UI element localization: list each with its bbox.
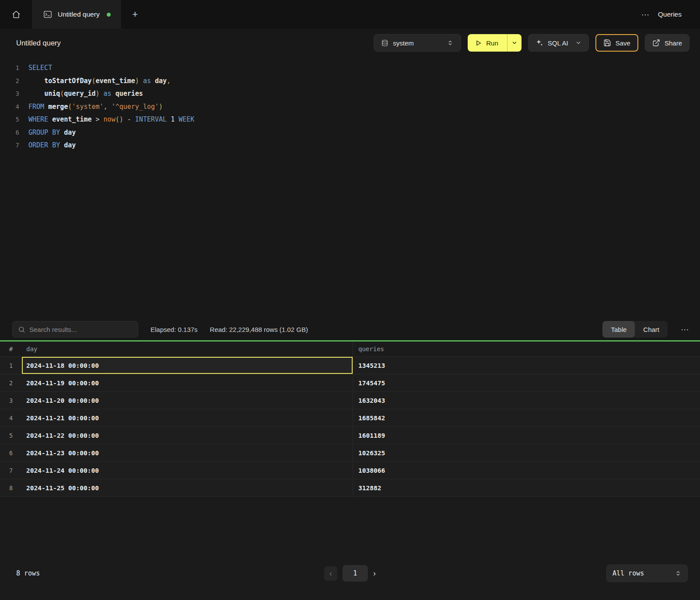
table-row: 22024-11-19 00:00:001745475: [0, 374, 700, 392]
code-text: SELECT: [19, 62, 52, 75]
current-page-button[interactable]: 1: [343, 565, 368, 582]
play-icon: [475, 39, 482, 47]
tab-label: Untitled query: [58, 10, 100, 18]
code-line[interactable]: 3 uniq(query_id) as queries: [0, 87, 700, 101]
cell-queries[interactable]: 1685842: [353, 415, 700, 422]
search-results-box: [12, 321, 138, 338]
tabbar-right: ⋯ Queries: [641, 0, 700, 29]
search-icon: [18, 326, 25, 333]
terminal-icon: [43, 10, 52, 19]
toolbar-controls: system Run: [374, 34, 690, 52]
row-number: 1: [0, 362, 22, 369]
code-text: uniq(query_id) as queries: [19, 87, 143, 101]
new-tab-button[interactable]: +: [122, 0, 149, 29]
table-row: 82024-11-25 00:00:00312882: [0, 479, 700, 497]
line-number: 5: [0, 113, 19, 126]
results-grid: # day queries 12024-11-18 00:00:00134521…: [0, 342, 700, 600]
save-button-label: Save: [616, 39, 630, 47]
row-number: 6: [0, 450, 22, 457]
updown-chevrons-icon: [447, 39, 454, 46]
page-size-value: All rows: [612, 569, 644, 577]
search-results-input[interactable]: [29, 326, 133, 333]
home-button[interactable]: [0, 0, 32, 29]
cell-day[interactable]: 2024-11-21 00:00:00: [22, 409, 353, 426]
table-row: 42024-11-21 00:00:001685842: [0, 409, 700, 427]
prev-page-button[interactable]: ‹: [324, 566, 337, 581]
table-view-tab[interactable]: Table: [602, 321, 635, 338]
grid-body: 12024-11-18 00:00:00134521322024-11-19 0…: [0, 357, 700, 497]
cell-day[interactable]: 2024-11-22 00:00:00: [22, 427, 353, 444]
code-lines: 1SELECT2 toStartOfDay(event_time) as day…: [0, 62, 700, 152]
row-number: 2: [0, 380, 22, 387]
chevron-down-icon: [511, 40, 518, 46]
line-number: 1: [0, 62, 19, 75]
sql-ai-button[interactable]: SQL AI: [528, 34, 589, 52]
cell-day[interactable]: 2024-11-23 00:00:00: [22, 444, 353, 461]
row-number: 7: [0, 467, 22, 474]
column-header-day[interactable]: day: [22, 342, 353, 356]
view-toggle: Table Chart: [602, 321, 668, 338]
row-number: 4: [0, 415, 22, 422]
code-line[interactable]: 4FROM merge('system', '^query_log'): [0, 101, 700, 114]
code-text: FROM merge('system', '^query_log'): [19, 101, 163, 114]
queries-link[interactable]: Queries: [658, 10, 682, 18]
sql-console: Untitled query + ⋯ Queries Untitled quer…: [0, 0, 700, 600]
results-more-button[interactable]: ⋯: [681, 324, 690, 335]
share-icon: [652, 39, 660, 47]
share-button[interactable]: Share: [645, 34, 690, 52]
pagination: ‹ 1 ›: [324, 565, 376, 582]
page-size-selector[interactable]: All rows: [606, 565, 688, 582]
column-header-index[interactable]: #: [0, 345, 22, 352]
row-number: 5: [0, 432, 22, 439]
row-number: 3: [0, 397, 22, 404]
results-toolbar: Elapsed: 0.137s Read: 22,229,488 rows (1…: [0, 318, 700, 340]
database-selector-value: system: [393, 39, 414, 47]
line-number: 3: [0, 87, 19, 101]
column-header-queries[interactable]: queries: [353, 345, 700, 352]
line-number: 4: [0, 101, 19, 114]
grid-header: # day queries: [0, 342, 700, 357]
query-title: Untitled query: [16, 39, 61, 47]
table-row: 12024-11-18 00:00:001345213: [0, 357, 700, 374]
elapsed-stat: Elapsed: 0.137s: [150, 326, 198, 333]
cell-day[interactable]: 2024-11-19 00:00:00: [22, 374, 353, 391]
code-line[interactable]: 5WHERE event_time > now() - INTERVAL 1 W…: [0, 113, 700, 126]
tabbar-more-button[interactable]: ⋯: [641, 10, 650, 20]
code-line[interactable]: 6GROUP BY day: [0, 126, 700, 140]
next-page-button[interactable]: ›: [373, 569, 376, 578]
cell-queries[interactable]: 1632043: [353, 397, 700, 404]
cell-day[interactable]: 2024-11-20 00:00:00: [22, 392, 353, 409]
grid-filler: [0, 497, 700, 558]
code-line[interactable]: 2 toStartOfDay(event_time) as day,: [0, 75, 700, 88]
sql-editor[interactable]: 1SELECT2 toStartOfDay(event_time) as day…: [0, 57, 700, 318]
code-text: GROUP BY day: [19, 126, 76, 140]
read-stat: Read: 22,229,488 rows (1.02 GB): [210, 326, 308, 333]
cell-day[interactable]: 2024-11-18 00:00:00: [22, 357, 353, 374]
cell-queries[interactable]: 1345213: [353, 362, 700, 369]
run-button[interactable]: Run: [468, 34, 507, 52]
database-selector[interactable]: system: [374, 34, 461, 52]
code-text: ORDER BY day: [19, 139, 76, 152]
results-footer: 8 rows ‹ 1 › All rows: [0, 558, 700, 600]
code-line[interactable]: 1SELECT: [0, 62, 700, 75]
line-number: 6: [0, 126, 19, 140]
run-options-button[interactable]: [507, 34, 522, 52]
tab-bar: Untitled query + ⋯ Queries: [0, 0, 700, 29]
cell-day[interactable]: 2024-11-24 00:00:00: [22, 462, 353, 479]
chart-view-tab[interactable]: Chart: [635, 321, 668, 338]
cell-queries[interactable]: 1038066: [353, 467, 700, 474]
run-button-group: Run: [468, 34, 522, 52]
line-number: 2: [0, 75, 19, 88]
updown-chevrons-icon: [675, 570, 682, 577]
cell-queries[interactable]: 1026325: [353, 450, 700, 457]
cell-queries[interactable]: 1601189: [353, 432, 700, 439]
code-line[interactable]: 7ORDER BY day: [0, 139, 700, 152]
sparkles-icon: [536, 39, 543, 47]
cell-queries[interactable]: 1745475: [353, 380, 700, 387]
cell-day[interactable]: 2024-11-25 00:00:00: [22, 479, 353, 496]
table-row: 52024-11-22 00:00:001601189: [0, 427, 700, 444]
sql-ai-label: SQL AI: [548, 39, 568, 47]
cell-queries[interactable]: 312882: [353, 485, 700, 492]
save-button[interactable]: Save: [595, 34, 638, 52]
tab-untitled-query[interactable]: Untitled query: [32, 0, 122, 29]
